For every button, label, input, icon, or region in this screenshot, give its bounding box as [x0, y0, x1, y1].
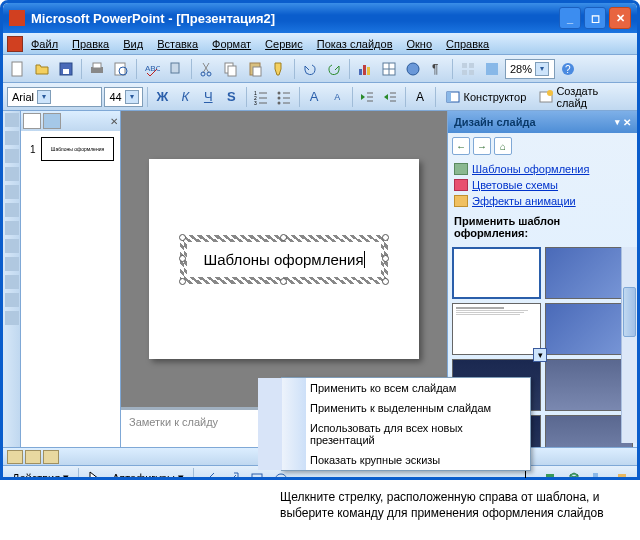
slide-canvas[interactable]: Шаблоны оформления: [121, 111, 447, 407]
hyperlink-button[interactable]: [402, 58, 424, 80]
ctx-apply-all[interactable]: Применить ко всем слайдам: [258, 378, 530, 398]
cut-button[interactable]: [196, 58, 218, 80]
title-placeholder[interactable]: Шаблоны оформления: [184, 239, 384, 280]
print-button[interactable]: [86, 58, 108, 80]
preview-button[interactable]: [110, 58, 132, 80]
template-thumb[interactable]: [545, 359, 634, 411]
rail-icon[interactable]: [5, 257, 19, 271]
home-button[interactable]: ⌂: [494, 137, 512, 155]
font-size-combo[interactable]: 44▾: [104, 87, 142, 107]
rail-icon[interactable]: [5, 131, 19, 145]
save-button[interactable]: [55, 58, 77, 80]
link-design-templates[interactable]: Шаблоны оформления: [454, 161, 631, 177]
rail-icon[interactable]: [5, 167, 19, 181]
ctx-large-thumbs[interactable]: Показать крупные эскизы: [258, 450, 530, 470]
new-slide-button[interactable]: Создать слайд: [533, 86, 633, 108]
decrease-indent-button[interactable]: [357, 86, 378, 108]
menu-view[interactable]: Вид: [117, 36, 149, 52]
resize-handle[interactable]: [280, 234, 287, 241]
copy-button[interactable]: [220, 58, 242, 80]
line-button[interactable]: [198, 467, 220, 481]
resize-handle[interactable]: [179, 278, 186, 285]
font-color-button[interactable]: A: [410, 86, 431, 108]
underline-button[interactable]: Ч: [198, 86, 219, 108]
link-color-schemes[interactable]: Цветовые схемы: [454, 177, 631, 193]
bullets-button[interactable]: [274, 86, 295, 108]
resize-handle[interactable]: [382, 234, 389, 241]
decrease-font-button[interactable]: A: [327, 86, 348, 108]
normal-view-button[interactable]: [7, 450, 23, 464]
table-button[interactable]: [378, 58, 400, 80]
slideshow-view-button[interactable]: [43, 450, 59, 464]
arrow-button[interactable]: [222, 467, 244, 481]
open-button[interactable]: [31, 58, 53, 80]
italic-button[interactable]: К: [175, 86, 196, 108]
spell-button[interactable]: ABC: [141, 58, 163, 80]
gallery-scrollbar[interactable]: [621, 247, 637, 443]
resize-handle[interactable]: [179, 234, 186, 241]
rail-icon[interactable]: [5, 149, 19, 163]
slide-thumbnail[interactable]: 1 Шаблоны оформления: [41, 137, 114, 161]
menu-edit[interactable]: Правка: [66, 36, 115, 52]
menu-help[interactable]: Справка: [440, 36, 495, 52]
menu-file[interactable]: Файл: [25, 36, 64, 52]
sorter-view-button[interactable]: [25, 450, 41, 464]
shadow-button[interactable]: S: [221, 86, 242, 108]
rail-icon[interactable]: [5, 185, 19, 199]
autoshapes-menu[interactable]: Автофигуры ▾: [107, 467, 189, 481]
template-dropdown-arrow[interactable]: ▾: [533, 348, 547, 362]
menu-tools[interactable]: Сервис: [259, 36, 309, 52]
rail-icon[interactable]: [5, 239, 19, 253]
bold-button[interactable]: Ж: [152, 86, 173, 108]
template-thumb[interactable]: [545, 303, 634, 355]
taskpane-close-icon[interactable]: ✕: [623, 117, 631, 128]
undo-button[interactable]: [299, 58, 321, 80]
scroll-thumb[interactable]: [623, 287, 636, 337]
align-button[interactable]: [587, 467, 609, 481]
new-button[interactable]: [7, 58, 29, 80]
template-thumb[interactable]: [545, 415, 634, 447]
menu-window[interactable]: Окно: [401, 36, 439, 52]
pointer-button[interactable]: [83, 467, 105, 481]
minimize-button[interactable]: _: [559, 7, 581, 29]
color-button[interactable]: [481, 58, 503, 80]
title-bar[interactable]: Microsoft PowerPoint - [Презентация2] _ …: [3, 3, 637, 33]
resize-handle[interactable]: [382, 278, 389, 285]
rail-icon[interactable]: [5, 311, 19, 325]
3d-style-button[interactable]: [563, 467, 585, 481]
redo-button[interactable]: [323, 58, 345, 80]
research-button[interactable]: [165, 58, 187, 80]
increase-indent-button[interactable]: [380, 86, 401, 108]
outline-tab[interactable]: [23, 113, 41, 129]
close-button[interactable]: ✕: [609, 7, 631, 29]
tables-borders-button[interactable]: ¶: [426, 58, 448, 80]
actions-menu[interactable]: Действия ▾: [7, 467, 74, 481]
taskpane-dropdown-icon[interactable]: ▾: [615, 117, 620, 128]
template-thumb[interactable]: [452, 247, 541, 299]
paste-button[interactable]: [244, 58, 266, 80]
ctx-apply-selected[interactable]: Применить к выделенным слайдам: [258, 398, 530, 418]
designer-button[interactable]: Конструктор: [440, 86, 532, 108]
chart-button[interactable]: [354, 58, 376, 80]
link-animation[interactable]: Эффекты анимации: [454, 193, 631, 209]
menu-insert[interactable]: Вставка: [151, 36, 204, 52]
resize-handle[interactable]: [382, 255, 389, 262]
forward-button[interactable]: →: [473, 137, 491, 155]
menu-slideshow[interactable]: Показ слайдов: [311, 36, 399, 52]
resize-handle[interactable]: [179, 255, 186, 262]
format-painter-button[interactable]: [268, 58, 290, 80]
font-combo[interactable]: Arial▾: [7, 87, 102, 107]
rail-icon[interactable]: [5, 203, 19, 217]
rail-icon[interactable]: [5, 221, 19, 235]
grid-button[interactable]: [457, 58, 479, 80]
control-icon[interactable]: [7, 36, 23, 52]
help-button[interactable]: ?: [557, 58, 579, 80]
rail-icon[interactable]: [5, 113, 19, 127]
menu-format[interactable]: Формат: [206, 36, 257, 52]
increase-font-button[interactable]: A: [304, 86, 325, 108]
ctx-use-for-new[interactable]: Использовать для всех новых презентаций: [258, 418, 530, 450]
back-button[interactable]: ←: [452, 137, 470, 155]
rail-icon[interactable]: [5, 275, 19, 289]
rail-icon[interactable]: [5, 293, 19, 307]
template-thumb[interactable]: ▾: [545, 247, 634, 299]
